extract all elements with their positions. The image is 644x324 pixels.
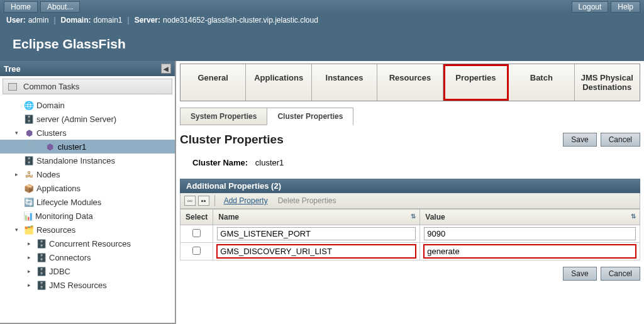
user-label: User: (6, 16, 26, 25)
table-row (180, 243, 640, 260)
sub-tabs: System PropertiesCluster Properties (180, 108, 640, 125)
main-tabs: GeneralApplicationsInstancesResourcesPro… (180, 64, 640, 101)
brand-title: Eclipse GlassFish (0, 26, 644, 61)
tree-toggle-icon[interactable]: ▾ (15, 130, 21, 136)
tree-node-cluster1[interactable]: └⬢cluster1 (0, 140, 175, 154)
tree-node-label: Clusters (36, 128, 67, 138)
tree-node-label: cluster1 (58, 142, 87, 152)
tree-node-label: Connectors (49, 253, 91, 262)
property-value-input[interactable] (424, 227, 636, 240)
db-icon: 🗄️ (36, 238, 47, 249)
property-name-input[interactable] (217, 245, 416, 258)
server-value: node314652-glassfish-cluster.vip.jelasti… (163, 16, 318, 25)
cancel-button[interactable]: Cancel (601, 133, 640, 147)
row-select-checkbox[interactable] (192, 247, 201, 255)
tab-instances[interactable]: Instances (312, 64, 377, 101)
tree-node-clusters[interactable]: ▾⬢Clusters (0, 126, 175, 140)
col-select[interactable]: Select (180, 209, 213, 225)
tree-toggle-icon[interactable]: ▸ (28, 282, 34, 288)
top-bar: Home About... Logout Help (0, 0, 644, 14)
tree-node-label: Concurrent Resources (49, 239, 131, 249)
delete-properties-button[interactable]: Delete Properties (274, 196, 340, 205)
tree-node-label: Nodes (36, 170, 60, 179)
db-icon: 🗄️ (36, 252, 47, 262)
db-icon: 🗄️ (36, 266, 47, 276)
help-button[interactable]: Help (611, 1, 640, 13)
node-icon: 🖧 (24, 169, 34, 179)
home-button[interactable]: Home (4, 1, 38, 13)
server-icon: 🗄️ (24, 155, 34, 165)
tree-toggle-icon[interactable]: ▾ (15, 226, 21, 233)
info-bar: User: admin | Domain: domain1 | Server: … (0, 14, 644, 26)
save-button-bottom[interactable]: Save (563, 267, 596, 281)
tree-node-concurrent-resources[interactable]: ▸🗄️Concurrent Resources (0, 237, 175, 250)
sidebar: Tree ◀ Common Tasks 🌐Domain🗄️server (Adm… (0, 61, 176, 324)
logout-button[interactable]: Logout (572, 1, 609, 13)
tree-node-jms-resources[interactable]: ▸🗄️JMS Resources (0, 278, 175, 292)
tree-node-label: JDBC (49, 267, 70, 276)
pkg-icon: 📦 (24, 183, 34, 193)
tree-node-lifecycle-modules[interactable]: 🔄Lifecycle Modules (0, 195, 175, 209)
server-label: Server: (135, 16, 160, 25)
tasks-icon (8, 83, 17, 91)
tab-general[interactable]: General (180, 64, 246, 101)
tree-node-label: Monitoring Data (35, 211, 93, 221)
tab-properties[interactable]: Properties (443, 64, 509, 101)
tree-toggle-icon[interactable]: ▸ (28, 268, 34, 274)
page-title: Cluster Properties (180, 133, 284, 147)
tree-node-server-admin-server-[interactable]: 🗄️server (Admin Server) (0, 112, 175, 126)
tree-node-label: Standalone Instances (36, 156, 115, 165)
cluster-name-value: cluster1 (255, 158, 284, 167)
about-button[interactable]: About... (40, 1, 80, 13)
domain-label: Domain: (61, 16, 91, 25)
property-name-input[interactable] (217, 227, 416, 240)
cluster-icon: ⬢ (24, 128, 34, 138)
tree-toggle-icon[interactable]: ▸ (28, 254, 34, 260)
common-tasks[interactable]: Common Tasks (3, 79, 172, 94)
tree-node-standalone-instances[interactable]: 🗄️Standalone Instances (0, 154, 175, 167)
tree-node-label: Domain (36, 101, 65, 110)
cluster-name-label: Cluster Name: (192, 158, 248, 167)
tree-node-jdbc[interactable]: ▸🗄️JDBC (0, 264, 175, 278)
cluster-icon: ⬢ (45, 142, 55, 152)
tree-toggle-icon[interactable]: ▸ (15, 171, 21, 177)
col-name[interactable]: Name⇅ (213, 209, 420, 225)
tree-node-domain[interactable]: 🌐Domain (0, 98, 175, 112)
tree-node-connectors[interactable]: ▸🗄️Connectors (0, 250, 175, 264)
tree-node-label: JMS Resources (49, 281, 107, 290)
add-property-button[interactable]: Add Property (220, 196, 272, 205)
tree-node-label: Lifecycle Modules (36, 198, 101, 207)
tree-header: Tree ◀ (0, 61, 175, 76)
col-value[interactable]: Value⇅ (420, 209, 640, 225)
deselect-all-button[interactable]: ▫▫ (184, 196, 196, 206)
tree-node-label: server (Admin Server) (36, 115, 116, 124)
tree-node-applications[interactable]: 📦Applications (0, 181, 175, 195)
content-area: GeneralApplicationsInstancesResourcesPro… (176, 61, 644, 324)
tree-node-label: Resources (36, 225, 75, 235)
tab-jms-physical-destinations[interactable]: JMS Physical Destinations (575, 64, 640, 101)
properties-table: Select Name⇅ Value⇅ (180, 209, 640, 260)
user-value: admin (28, 16, 49, 25)
tree-toggle-icon[interactable]: ▸ (28, 240, 34, 247)
collapse-sidebar-button[interactable]: ◀ (161, 64, 171, 74)
subtab-cluster-properties[interactable]: Cluster Properties (267, 108, 353, 125)
tree-node-nodes[interactable]: ▸🖧Nodes (0, 167, 175, 181)
tree-node-resources[interactable]: ▾🗂️Resources (0, 223, 175, 237)
res-icon: 🗂️ (24, 225, 34, 235)
table-row (180, 225, 640, 243)
cycle-icon: 🔄 (24, 197, 34, 207)
mon-icon: 📊 (24, 212, 33, 220)
tab-resources[interactable]: Resources (377, 64, 443, 101)
select-all-button[interactable]: ▪▪ (198, 196, 209, 206)
property-value-input[interactable] (424, 245, 636, 258)
tree-node-label: Applications (36, 184, 80, 193)
tree-node-monitoring-data[interactable]: 📊Monitoring Data (0, 209, 175, 223)
save-button[interactable]: Save (563, 133, 596, 147)
cancel-button-bottom[interactable]: Cancel (601, 267, 640, 281)
subtab-system-properties[interactable]: System Properties (180, 108, 267, 125)
tab-applications[interactable]: Applications (246, 64, 311, 101)
tab-batch[interactable]: Batch (509, 64, 574, 101)
tree: 🌐Domain🗄️server (Admin Server)▾⬢Clusters… (0, 97, 175, 323)
panel-header: Additional Properties (2) (180, 179, 640, 193)
row-select-checkbox[interactable] (192, 229, 201, 237)
